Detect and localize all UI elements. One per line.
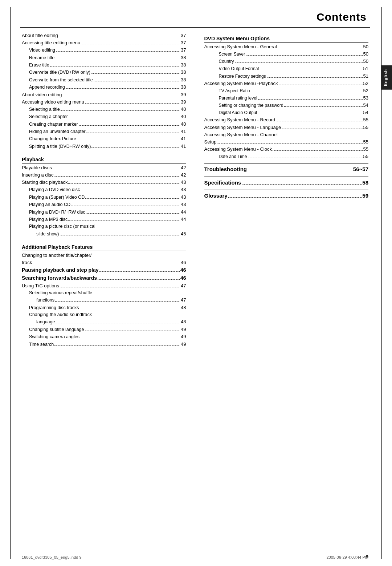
list-item: Using T/C options 47 xyxy=(22,282,186,290)
section-divider xyxy=(204,177,369,177)
list-item: Screen Saver 50 xyxy=(204,50,369,58)
main-content: About title editing 37 Accessing title e… xyxy=(0,28,392,348)
list-item: Accessing System Menu - Channel Setup 55 xyxy=(204,131,369,146)
list-item: Playable discs 42 xyxy=(22,164,186,171)
section-header-dvd: DVD System Menu Options xyxy=(204,36,369,43)
list-item: About video editing 39 xyxy=(22,91,186,98)
section-gap xyxy=(204,160,369,163)
col-right: DVD System Menu Options Accessing System… xyxy=(201,32,369,348)
list-item: TV Aspect Ratio 52 xyxy=(204,87,369,94)
list-item: Rename title 38 xyxy=(22,54,186,61)
page-title: Contents xyxy=(0,0,392,27)
list-item: Erase title 38 xyxy=(22,61,186,69)
list-item: Video editing 37 xyxy=(22,47,186,54)
section-gap xyxy=(22,238,186,240)
list-item: Switching camera angles 49 xyxy=(22,333,186,340)
list-item: Playing a DVD video disc 43 xyxy=(22,186,186,193)
section-gap xyxy=(204,187,369,190)
list-item: Accessing video editing menu 39 xyxy=(22,98,186,106)
list-item: Restore Factory settings 51 xyxy=(204,73,369,80)
list-item: Creating chapter marker 40 xyxy=(22,121,186,128)
section-divider xyxy=(204,190,369,190)
list-item: Splitting a title (DVD+RW only) 41 xyxy=(22,143,186,150)
list-item: Playing a DVD+R/+RW disc 44 xyxy=(22,209,186,216)
list-item: Accessing System Menu -Playback 52 xyxy=(204,80,369,87)
english-tab: English xyxy=(381,65,392,90)
list-item: Inserting a disc 42 xyxy=(22,171,186,179)
list-item: Accessing System Menu - Language 55 xyxy=(204,124,369,131)
section-divider xyxy=(204,163,369,163)
list-item: Starting disc playback 43 xyxy=(22,179,186,186)
list-item-glossary: Glossary 59 xyxy=(204,191,369,200)
list-item: Playing a MP3 disc 44 xyxy=(22,216,186,223)
list-item: Overwrite from the selected title 38 xyxy=(22,76,186,84)
list-item: Accessing System Menu - Record 55 xyxy=(204,116,369,124)
list-item: Country 50 xyxy=(204,58,369,65)
list-item: Selecting a chapter 40 xyxy=(22,113,186,120)
list-item: Playing a (Super) Video CD 43 xyxy=(22,194,186,201)
list-item: Selecting various repeat/shuffle functio… xyxy=(22,290,186,304)
list-item: Overwrite title (DVD+RW only) 38 xyxy=(22,69,186,76)
list-item: Digital Audio Output 54 xyxy=(204,109,369,116)
page-number: 9 xyxy=(366,554,368,559)
section-gap xyxy=(22,150,186,153)
list-item: Searching forwards/backwards 46 xyxy=(22,274,186,282)
footer: 16861_dvdr3305_05_eng5.indd 9 2005-06-29… xyxy=(22,555,368,559)
list-item: Selecting a title 40 xyxy=(22,106,186,113)
list-item: Setting or changing the password 54 xyxy=(204,102,369,109)
page-border-right xyxy=(381,7,382,559)
list-item: Changing subtitle language 49 xyxy=(22,326,186,333)
list-item: Changing Index Picture 41 xyxy=(22,135,186,142)
footer-right: 2005-06-29 4:08:44 PM xyxy=(326,555,368,559)
list-item: Hiding an unwanted chapter 41 xyxy=(22,128,186,135)
section-gap xyxy=(204,174,369,177)
list-item: Parental rating level 53 xyxy=(204,94,369,102)
section-header-playback: Playback xyxy=(22,157,186,163)
list-item: Changing to another title/chapter/ track… xyxy=(22,252,186,266)
list-item: Date and Time 55 xyxy=(204,153,369,160)
list-item: Pausing playback and step play 46 xyxy=(22,266,186,274)
list-item: Video Output Format 51 xyxy=(204,65,369,72)
list-item: Programming disc tracks 48 xyxy=(22,304,186,311)
list-item: Accessing System Menu - Clock 55 xyxy=(204,146,369,153)
page-border-left xyxy=(10,7,11,559)
list-item: Time search 49 xyxy=(22,341,186,348)
list-item: Append recording 38 xyxy=(22,84,186,91)
list-item: Accessing title editing menu 37 xyxy=(22,39,186,47)
list-item-troubleshooting: Troubleshooting 56~57 xyxy=(204,165,369,173)
list-item: Changing the audio soundtrack language 4… xyxy=(22,311,186,326)
list-item-specifications: Specifications 58 xyxy=(204,178,369,187)
footer-left: 16861_dvdr3305_05_eng5.indd 9 xyxy=(22,555,82,559)
list-item: Accessing System Menu - General 50 xyxy=(204,43,369,50)
section-header-additional-playback: Additional Playback Features xyxy=(22,244,186,251)
col-left: About title editing 37 Accessing title e… xyxy=(22,32,190,348)
list-item: About title editing 37 xyxy=(22,32,186,39)
list-item: Playing a picture disc (or musical slide… xyxy=(22,223,186,238)
list-item: Playing an audio CD 43 xyxy=(22,201,186,208)
